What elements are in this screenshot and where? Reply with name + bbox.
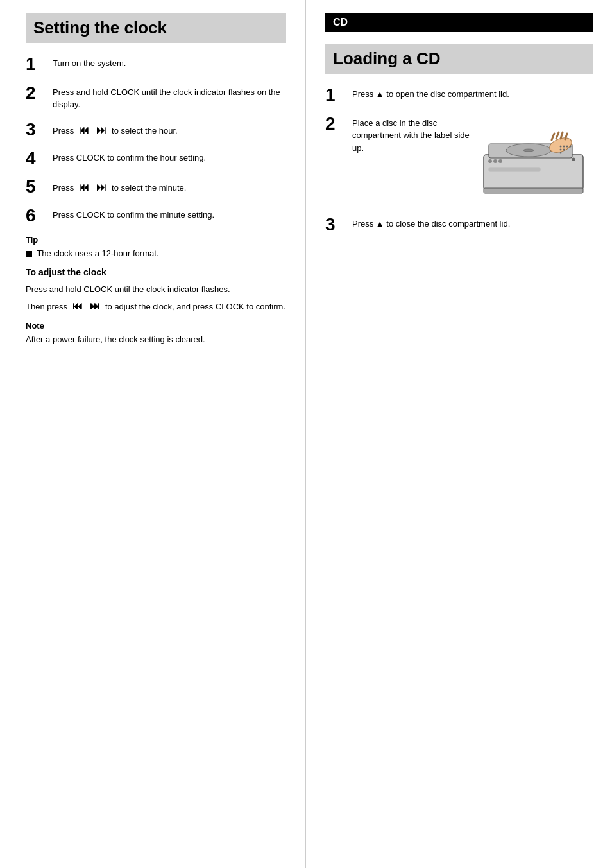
svg-point-17 [566,145,568,147]
step-3: 3 Press ⏮ ⏭ to select the hour. [26,120,286,140]
step-5: 5 Press ⏮ ⏭ to select the minute. [26,177,286,197]
cd-step-2-content: Place a disc in the disc compartment wit… [352,114,593,207]
step-6-content: Press CLOCK to confirm the minute settin… [53,206,286,221]
step-1-text: Turn on the system. [53,58,126,68]
adjust-content: Press and hold CLOCK until the clock ind… [26,282,286,314]
step-4: 4 Press CLOCK to confirm the hour settin… [26,149,286,169]
loading-cd-header: Loading a CD [325,44,593,74]
svg-point-19 [560,148,562,150]
svg-point-15 [560,145,562,147]
step-4-text: Press CLOCK to confirm the hour setting. [53,153,206,162]
cd-step-3-text: Press ▲ to close the disc compartment li… [352,219,510,229]
svg-point-18 [570,145,572,147]
svg-point-20 [563,148,565,150]
step-3-next-icon: ⏭ [96,123,106,138]
cd-step-3-num: 3 [325,215,346,235]
step-5-next-icon: ⏭ [96,180,106,195]
note-content: After a power failure, the clock setting… [26,333,286,346]
cd-step-1-text: Press ▲ to open the disc compartment lid… [352,89,509,99]
cd-step-2: 2 [325,114,593,207]
tip-text: The clock uses a 12-hour format. [37,248,158,258]
step-2-text: Press and hold CLOCK until the clock ind… [53,87,280,110]
loading-cd-title: Loading a CD [333,49,441,68]
tip-content: The clock uses a 12-hour format. [26,247,286,260]
note-label: Note [26,321,286,331]
svg-point-9 [488,159,492,163]
svg-point-3 [523,149,534,152]
step-5-text-before: Press [53,183,76,193]
step-3-content: Press ⏮ ⏭ to select the hour. [53,120,286,138]
svg-rect-13 [489,168,540,171]
left-column: Setting the clock 1 Turn on the system. … [0,0,306,868]
bullet-icon [26,251,32,257]
svg-point-21 [560,152,562,153]
svg-point-16 [563,145,565,147]
cd-header: CD [325,13,593,32]
step-1-content: Turn on the system. [53,55,286,70]
svg-line-7 [561,132,563,139]
step-3-text-after: to select the hour. [112,126,178,135]
cd-step-1-num: 1 [325,85,346,105]
svg-rect-0 [484,155,583,190]
adjust-text3: to adjust the clock, and press CLOCK to … [105,302,285,311]
cd-illustration [477,119,593,207]
step-1: 1 Turn on the system. [26,55,286,74]
step-2-content: Press and hold CLOCK until the clock ind… [53,83,286,111]
cd-step-2-num: 2 [325,114,346,134]
step-5-content: Press ⏮ ⏭ to select the minute. [53,177,286,195]
step-4-num: 4 [26,149,46,169]
step-2-num: 2 [26,83,46,103]
step-1-num: 1 [26,55,46,74]
step-5-prev-icon: ⏮ [79,180,89,195]
note-text: After a power failure, the clock setting… [26,334,205,344]
svg-point-12 [572,157,575,161]
cd-step-1-content: Press ▲ to open the disc compartment lid… [352,85,593,101]
adjust-prev-icon: ⏮ [72,297,83,315]
setting-clock-title: Setting the clock [33,18,167,37]
cd-player-svg [477,119,593,203]
svg-rect-14 [484,188,583,193]
adjust-text1: Press and hold CLOCK until the clock ind… [26,284,230,294]
svg-point-11 [498,159,502,163]
step-3-prev-icon: ⏮ [79,123,89,138]
step-6-text: Press CLOCK to confirm the minute settin… [53,210,214,220]
svg-point-10 [493,159,497,163]
tip-label: Tip [26,235,286,245]
step-5-text-after: to select the minute. [112,183,186,193]
adjust-text2: Then press [26,302,67,311]
svg-line-6 [556,132,559,139]
right-column: CD Loading a CD 1 Press ▲ to open the di… [306,0,612,868]
step-4-content: Press CLOCK to confirm the hour setting. [53,149,286,164]
svg-line-5 [552,134,554,140]
adjust-next-icon: ⏭ [90,297,100,315]
step-5-num: 5 [26,177,46,197]
adjust-title: To adjust the clock [26,267,286,277]
step-3-text-before: Press [53,126,76,135]
cd-step-2-text: Place a disc in the disc compartment wit… [352,118,470,153]
cd-step-3: 3 Press ▲ to close the disc compartment … [325,215,593,235]
page: Setting the clock 1 Turn on the system. … [0,0,612,868]
cd-step-1: 1 Press ▲ to open the disc compartment l… [325,85,593,105]
setting-clock-header: Setting the clock [26,13,286,43]
cd-badge-text: CD [333,17,348,28]
cd-step-3-content: Press ▲ to close the disc compartment li… [352,215,593,230]
step-6: 6 Press CLOCK to confirm the minute sett… [26,206,286,226]
step-2: 2 Press and hold CLOCK until the clock i… [26,83,286,111]
step-6-num: 6 [26,206,46,226]
step-3-num: 3 [26,120,46,140]
